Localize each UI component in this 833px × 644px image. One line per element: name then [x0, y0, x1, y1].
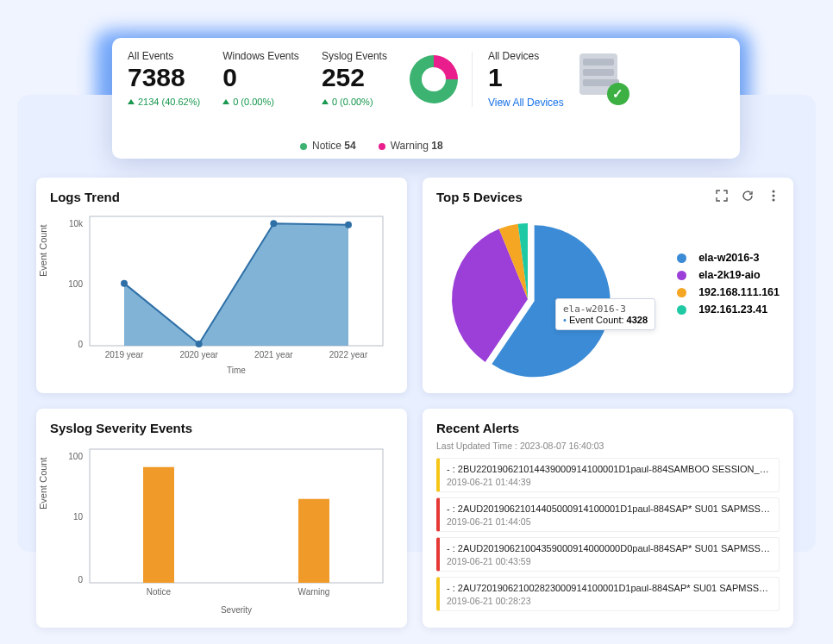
- stat-delta: 2134 (40.62%): [128, 97, 200, 107]
- expand-icon[interactable]: [714, 188, 730, 203]
- alert-item[interactable]: - : 2AUD20190621004359000914000000D0paul…: [436, 537, 780, 572]
- svg-point-11: [270, 220, 277, 227]
- stat-value: 1: [488, 64, 564, 91]
- svg-text:10k: 10k: [69, 219, 84, 228]
- y-axis-label: Event Count: [38, 457, 48, 510]
- refresh-icon[interactable]: [740, 188, 755, 203]
- stat-value: 252: [322, 64, 387, 91]
- syslog-severity-chart[interactable]: 100 10 0 NoticeWarning Severity: [50, 441, 393, 622]
- stat-label: Windows Events: [222, 50, 299, 62]
- legend-item[interactable]: 192.168.111.161: [677, 286, 780, 298]
- stat-value: 7388: [128, 64, 200, 91]
- top-devices-card: Top 5 Devices ela-w2016-3ela-2k19-aio192…: [423, 178, 793, 393]
- donut-chart: [410, 55, 458, 103]
- svg-text:2019 year: 2019 year: [105, 350, 144, 360]
- svg-point-9: [121, 280, 128, 287]
- svg-text:100: 100: [68, 452, 83, 461]
- donut-legend: Notice 54 Warning 18: [128, 140, 724, 152]
- alert-item[interactable]: - : 2AUD20190621014405000914100001D1paul…: [436, 497, 780, 532]
- stat-label: Syslog Events: [322, 50, 387, 62]
- card-title: Logs Trend: [50, 190, 393, 204]
- svg-text:10: 10: [73, 512, 84, 522]
- more-icon[interactable]: [766, 188, 781, 203]
- svg-text:0: 0: [78, 340, 83, 349]
- legend-item[interactable]: ela-2k19-aio: [677, 269, 780, 281]
- legend-item[interactable]: ela-w2016-3: [677, 252, 780, 264]
- stat-all-devices: All Devices 1 View All Devices: [488, 50, 576, 109]
- svg-rect-22: [298, 499, 329, 583]
- svg-point-14: [773, 195, 775, 197]
- last-updated: Last Updated Time : 2023-08-07 16:40:03: [436, 441, 780, 451]
- logs-trend-chart[interactable]: 10k 100 0 2019 year2020 year2021 year202…: [50, 209, 393, 382]
- svg-text:100: 100: [68, 279, 83, 289]
- svg-text:Severity: Severity: [221, 605, 252, 615]
- stat-all-events[interactable]: All Events 7388 2134 (40.62%): [128, 50, 222, 109]
- pie-legend: ela-w2016-3ela-2k19-aio192.168.111.16119…: [677, 247, 780, 321]
- check-icon: ✓: [607, 83, 629, 105]
- svg-text:Notice: Notice: [147, 587, 172, 597]
- stat-label: All Devices: [488, 50, 564, 62]
- svg-rect-20: [143, 467, 174, 583]
- summary-card: All Events 7388 2134 (40.62%) Windows Ev…: [112, 38, 740, 159]
- svg-point-13: [773, 191, 775, 193]
- alert-item[interactable]: - : 2BU220190621014439000914100001D1paul…: [436, 458, 780, 492]
- svg-text:0: 0: [78, 575, 83, 585]
- svg-text:2020 year: 2020 year: [179, 350, 218, 360]
- logs-trend-card: Logs Trend Event Count 10k 100 0 2019 ye…: [36, 178, 407, 393]
- legend-item[interactable]: 192.161.23.41: [677, 303, 780, 316]
- svg-rect-16: [90, 449, 383, 583]
- recent-alerts-card: Recent Alerts Last Updated Time : 2023-0…: [423, 409, 793, 628]
- stat-delta: 0 (0.00%): [322, 97, 387, 107]
- server-icon: ✓: [576, 50, 626, 102]
- card-title: Syslog Severity Events: [50, 421, 393, 435]
- stat-syslog-events[interactable]: Syslog Events 252 0 (0.00%): [322, 50, 410, 109]
- svg-point-15: [773, 199, 775, 202]
- svg-text:Warning: Warning: [298, 587, 330, 597]
- stat-value: 0: [222, 64, 299, 91]
- svg-text:Time: Time: [227, 366, 246, 375]
- svg-text:2022 year: 2022 year: [329, 350, 368, 360]
- stat-windows-events[interactable]: Windows Events 0 0 (0.00%): [222, 50, 322, 109]
- svg-point-10: [196, 341, 203, 347]
- alert-item[interactable]: - : 2AU720190621002823000914100001D1paul…: [436, 577, 780, 611]
- view-all-devices-link[interactable]: View All Devices: [488, 97, 564, 109]
- card-title: Recent Alerts: [436, 421, 780, 435]
- svg-text:2021 year: 2021 year: [254, 350, 293, 360]
- stat-label: All Events: [128, 50, 200, 62]
- y-axis-label: Event Count: [38, 224, 48, 277]
- stat-delta: 0 (0.00%): [222, 97, 299, 107]
- pie-tooltip: ela-w2016-3 • Event Count: 4328: [555, 298, 655, 330]
- syslog-severity-card: Syslog Severity Events Event Count 100 1…: [36, 409, 407, 628]
- svg-point-12: [345, 222, 352, 228]
